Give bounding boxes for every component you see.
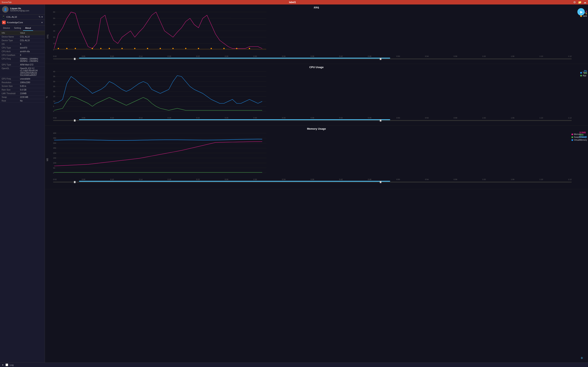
chart-value-label: 5% [584,70,587,72]
scene-tab-label[interactable]: SceneTab [2,1,12,3]
chart-value-label: 0 [586,10,587,13]
chart-value-label: 5MB [579,134,587,136]
cpu-slider[interactable] [53,119,572,122]
x-tick-label: 1:06 [511,178,515,180]
x-tick-label: 1:02 [482,55,486,57]
top-bar-icons: ⚙ 📁 ☁ [573,1,586,4]
cpu-chart-title: CPU Usage [45,66,588,69]
memory-canvas [53,131,268,178]
table-row: RootNo [0,99,45,103]
memory-chart-wrap: MB 0:020:060:100:140:180:220:260:300:340… [53,131,572,188]
x-tick-label: 0:06 [82,55,85,57]
table-row: OS9 [0,42,45,46]
info-value: arm64-v8a [18,50,45,53]
x-tick-label: 0:26 [225,178,228,180]
x-tick-label: 1:12 [568,117,572,119]
chart-value-label: 0 [586,13,587,15]
content-area: FPS FPS 0:020:060:100:140:180:220:260:30… [45,4,588,363]
table-row: CPU Freq509MHz - 1844MHz 682MHz - 2362MH… [0,57,45,63]
cpu-chart-wrap: % 0:020:060:100:140:180:220:260:300:340:… [53,69,572,125]
x-tick-label: 0:34 [282,178,286,180]
info-table: Info Value Device NameCOL-AL10Device Typ… [0,31,45,363]
plus-button[interactable]: + [579,355,585,361]
app-chevron-icon[interactable]: ▾ [42,21,43,24]
x-tick-label: 0:06 [82,178,85,180]
tab-device[interactable]: Device [1,25,12,31]
settings-icon[interactable]: ⚙ [573,1,576,4]
log-arrow-icon[interactable]: ▼ [2,364,4,366]
cpu-chart-section: CPU Usage % 0:020:060:100:140:180:220:26… [45,64,588,125]
legend-item: VirtualMemory [571,139,587,141]
table-row: LMK Threshold216MB [0,92,45,95]
info-value: 216MB [18,92,45,95]
info-value: COL-AL10 [18,35,45,39]
x-tick-label: 0:22 [196,117,200,119]
device-selector[interactable]: 📱 COL-AL10 ✎ ▾ [0,15,45,20]
x-tick-label: 1:12 [568,55,572,57]
memory-chart-title: Memory Usage [45,127,588,130]
avatar: 👤 [2,6,9,13]
log-bar: ▼ Log [0,363,588,367]
table-row: Device TypeCOL-AL10 [0,39,45,42]
legend-item: App [580,75,587,77]
device-actions: ✎ ▾ [39,16,43,18]
table-row: GPU TypeARM Mali-G72 [0,63,45,67]
x-tick-label: 0:38 [311,178,314,180]
info-key: OpenGL [0,67,18,77]
chevron-down-icon[interactable]: ▾ [42,16,43,18]
fps-canvas [53,10,268,55]
info-key: CPU CoreNum [0,53,18,57]
folder-icon[interactable]: 📁 [578,1,581,4]
fps-chart-title: FPS [45,6,588,9]
x-tick-label: 0:02 [53,117,57,119]
user-name: Liquan He [10,7,29,9]
x-tick-label: 0:42 [339,55,343,57]
x-tick-label: 0:38 [311,117,314,119]
memory-slider[interactable] [53,181,572,183]
tab-setting[interactable]: Setting [12,25,23,31]
x-tick-label: 0:14 [139,55,143,57]
x-tick-label: 0:10 [110,55,114,57]
fps-y-label: FPS [47,34,49,38]
info-value: 509MHz - 1844MHz 682MHz - 2362MHz [18,57,45,63]
cloud-icon[interactable]: ☁ [584,1,586,4]
x-tick-label: 1:02 [482,117,486,119]
x-tick-label: 0:34 [282,55,286,57]
value-col-header: Value [18,31,45,35]
info-value: 2239 MB [18,95,45,99]
x-tick-label: 0:46 [368,117,371,119]
main-layout: 👤 Liquan He 925954424@qq.com 📱 COL-AL10 … [0,4,588,363]
x-tick-label: 1:10 [539,178,543,180]
memory-values-right: 313MB5MB1756MB [579,132,587,138]
edit-device-icon[interactable]: ✎ [39,16,41,18]
x-tick-label: 0:42 [339,178,343,180]
x-tick-label: 0:10 [110,178,114,180]
x-tick-label: 1:12 [568,178,572,180]
x-tick-label: 0:06 [82,117,85,119]
user-qq: 925954424@qq.com [10,9,29,12]
x-tick-label: 0:02 [53,178,57,180]
info-key: Screen Size [0,84,18,88]
table-row: Ram Size5.6 GB [0,88,45,92]
log-checkbox[interactable] [6,364,8,366]
app-selector[interactable]: K KnowledgeCore ▾ [0,20,45,25]
fps-values-right: 00 [586,10,587,15]
info-key: GPU Freq [0,77,18,81]
chart-value-label: 0% [584,72,587,75]
tabs: Device Setting About [0,25,45,31]
x-tick-label: 0:58 [454,55,457,57]
info-value: 5.83 in [18,84,45,88]
table-row: CPU Archarm64-v8a [0,50,45,53]
tab-about[interactable]: About [23,25,33,31]
x-tick-label: 0:54 [425,178,429,180]
play-button[interactable]: ▶ [577,8,585,16]
info-value: 1080x2280 [18,81,45,84]
table-row: Device NameCOL-AL10 [0,35,45,39]
chart-value-label: 313MB [579,132,587,134]
fps-slider[interactable] [53,58,572,60]
x-tick-label: 0:22 [196,55,200,57]
page-title: label1 [12,1,573,4]
info-key: CPU Freq [0,57,18,63]
x-tick-label: 0:54 [425,55,429,57]
info-key: GPU Type [0,63,18,67]
